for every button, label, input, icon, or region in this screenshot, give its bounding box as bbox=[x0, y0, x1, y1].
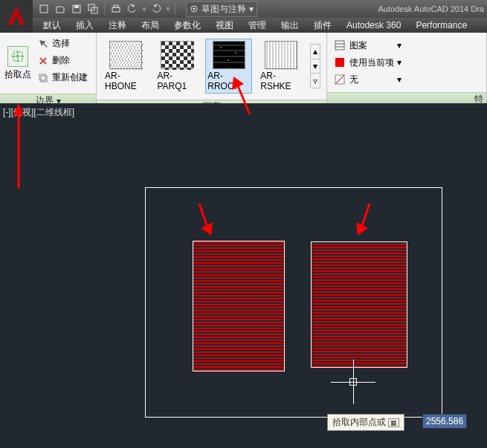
pattern-ar-rshke[interactable]: AR-RSHKE bbox=[258, 39, 303, 94]
panel-properties: 图案▾ 使用当前项▾ 无▾ 特 bbox=[327, 33, 487, 103]
menu-a360[interactable]: Autodesk 360 bbox=[339, 19, 408, 32]
svg-point-21 bbox=[220, 48, 221, 48]
svg-text:+: + bbox=[15, 51, 20, 62]
scroll-up-icon[interactable]: ▴ bbox=[311, 45, 320, 59]
select-button[interactable]: 选择 bbox=[34, 36, 91, 51]
menu-layout[interactable]: 布局 bbox=[134, 18, 167, 33]
panel-boundary: + 拾取点 选择 删除 重新创建 边界▾ bbox=[0, 33, 97, 103]
qat-new-icon[interactable] bbox=[37, 2, 51, 16]
pick-points-button[interactable]: + 拾取点 bbox=[4, 37, 31, 89]
app-logo[interactable] bbox=[0, 0, 33, 33]
pattern-swatch-icon bbox=[161, 41, 193, 69]
pattern-ar-rroof[interactable]: AR-RROOF bbox=[205, 39, 252, 94]
pattern-swatch-icon bbox=[265, 41, 297, 69]
ribbon: + 拾取点 选择 删除 重新创建 边界▾ AR-HBONE AR-PARQ1 A… bbox=[0, 33, 487, 103]
view-label[interactable]: [-][俯视][二维线框] bbox=[3, 106, 74, 119]
svg-point-22 bbox=[235, 53, 236, 53]
chevron-down-icon: ▾ bbox=[397, 74, 404, 85]
qat-open-icon[interactable] bbox=[54, 2, 67, 16]
svg-rect-13 bbox=[110, 42, 143, 70]
hatch-area-2 bbox=[311, 241, 407, 368]
none-icon bbox=[333, 73, 346, 86]
menu-default[interactable]: 默认 bbox=[36, 18, 68, 33]
delete-button[interactable]: 删除 bbox=[34, 53, 91, 68]
workspace-label: 草图与注释 bbox=[201, 3, 246, 16]
hatch-area-1 bbox=[193, 241, 285, 371]
qat-print-icon[interactable] bbox=[109, 2, 123, 16]
qat-saveas-icon[interactable] bbox=[86, 2, 100, 16]
qat-save-icon[interactable] bbox=[70, 2, 83, 16]
chevron-down-icon: ▾ bbox=[249, 4, 254, 14]
command-tooltip: 拾取内部点或 ▦ bbox=[327, 414, 404, 431]
pattern-ar-parq1[interactable]: AR-PARQ1 bbox=[155, 39, 199, 94]
qat-redo-icon[interactable] bbox=[149, 2, 163, 16]
svg-rect-6 bbox=[114, 5, 118, 7]
menu-manage[interactable]: 管理 bbox=[241, 18, 274, 33]
recreate-icon bbox=[37, 72, 49, 84]
menu-parametric[interactable]: 参数化 bbox=[167, 18, 208, 33]
svg-point-23 bbox=[228, 60, 228, 61]
prop-color[interactable]: 使用当前项▾ bbox=[333, 54, 404, 71]
titlebar: ▾ ▾ 草图与注释 ▾ Autodesk AutoCAD 2014 Dra bbox=[0, 0, 487, 18]
qat-undo-icon[interactable] bbox=[126, 2, 139, 16]
menu-insert[interactable]: 插入 bbox=[68, 18, 101, 33]
pick-points-icon: + bbox=[7, 46, 28, 67]
drawing-frame bbox=[145, 187, 442, 418]
prop-pattern-type[interactable]: 图案▾ bbox=[333, 37, 404, 53]
hatch-type-icon bbox=[333, 39, 346, 52]
svg-rect-0 bbox=[40, 5, 48, 13]
chevron-down-icon: ▾ bbox=[397, 57, 404, 68]
pick-points-label: 拾取点 bbox=[4, 68, 31, 81]
menu-view[interactable]: 视图 bbox=[208, 18, 241, 33]
coordinate-input[interactable]: 2556.586 bbox=[422, 414, 467, 429]
select-icon bbox=[37, 38, 49, 50]
workspace-dropdown[interactable]: 草图与注释 ▾ bbox=[186, 1, 257, 17]
menubar: 默认 插入 注释 布局 参数化 视图 管理 输出 插件 Autodesk 360… bbox=[0, 18, 487, 33]
prop-background[interactable]: 无▾ bbox=[333, 71, 404, 88]
dynamic-input-icon: ▦ bbox=[388, 418, 399, 427]
pattern-scroll: ▴ ▾ ▿ bbox=[310, 44, 320, 88]
app-title: Autodesk AutoCAD 2014 Dra bbox=[378, 4, 484, 13]
pattern-ar-hbone[interactable]: AR-HBONE bbox=[103, 39, 149, 94]
color-swatch-icon bbox=[333, 56, 346, 69]
gear-icon bbox=[190, 4, 199, 13]
svg-rect-26 bbox=[335, 41, 344, 50]
svg-rect-11 bbox=[39, 74, 45, 80]
menu-plugins[interactable]: 插件 bbox=[306, 18, 339, 33]
menu-annotate[interactable]: 注释 bbox=[101, 18, 134, 33]
chevron-down-icon: ▾ bbox=[397, 40, 404, 51]
panel-pattern: AR-HBONE AR-PARQ1 AR-RROOF AR-RSHKE ▴ ▾ … bbox=[97, 33, 327, 103]
svg-rect-25 bbox=[265, 42, 298, 70]
scroll-down-icon[interactable]: ▾ bbox=[311, 59, 320, 74]
svg-rect-2 bbox=[74, 5, 79, 8]
svg-rect-5 bbox=[112, 7, 120, 12]
svg-rect-12 bbox=[41, 76, 47, 82]
menu-output[interactable]: 输出 bbox=[274, 18, 306, 33]
recreate-button[interactable]: 重新创建 bbox=[34, 70, 91, 85]
pattern-swatch-icon bbox=[109, 41, 142, 69]
svg-point-8 bbox=[193, 8, 196, 10]
svg-rect-29 bbox=[335, 58, 344, 67]
menu-performance[interactable]: Performance bbox=[408, 19, 474, 32]
svg-rect-16 bbox=[161, 42, 194, 70]
drawing-canvas[interactable]: [-][俯视][二维线框] 拾取内部点或 ▦ 2556.586 bbox=[0, 103, 487, 448]
delete-icon bbox=[37, 55, 49, 67]
expand-gallery-icon[interactable]: ▿ bbox=[311, 74, 320, 88]
pattern-swatch-icon bbox=[213, 41, 245, 69]
